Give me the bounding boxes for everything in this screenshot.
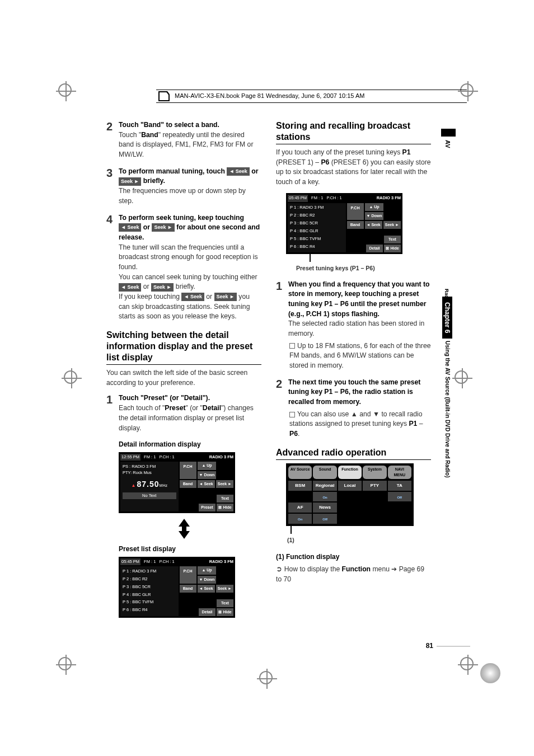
seek-right-icon: Seek ► — [214, 293, 237, 301]
chapter-tab: Chapter 6 — [442, 297, 452, 339]
sc-btn: ◄ Seek — [198, 585, 215, 593]
sc-btn: ▼ Down — [198, 576, 217, 584]
sc-btn: ▲ Up — [198, 566, 217, 574]
sc-freq: 87.50 — [137, 480, 160, 489]
registration-mark-icon — [56, 655, 76, 675]
sc-btn: Detail — [366, 245, 383, 252]
preset-row: P 6 : BBC R4 — [289, 243, 345, 251]
sc-btn: Seek ► — [383, 221, 401, 229]
right-column: Storing and recalling broadcast stations… — [276, 120, 431, 620]
seek-left-icon: ◄ Seek — [227, 167, 249, 176]
text: You can cancel seek tuning by touching e… — [119, 273, 257, 281]
text: If you touch any of the preset tuning ke… — [276, 148, 402, 156]
fn-cell: PTY — [363, 481, 386, 491]
fn-cell: News — [313, 503, 336, 513]
sc-pch: P.CH : 1 — [326, 195, 341, 201]
preset-label: Preset — [165, 404, 185, 412]
side-tab: Chapter 6 Using the AV Source (Built-in … — [442, 297, 455, 436]
fn-tab: AV Source — [288, 466, 312, 479]
tab-marker — [441, 129, 456, 137]
sc-btn: Band — [180, 480, 196, 488]
sc-btn: ⊠ Hide — [384, 245, 401, 252]
fn-cell: On — [313, 492, 336, 502]
step-3: 3 To perform manual tuning, touch ◄ Seek… — [106, 167, 261, 206]
pointer-line — [310, 253, 311, 262]
sc-time: 12:55 PM — [120, 454, 140, 461]
bullet-icon — [289, 343, 295, 349]
sc-btn: P.CH — [180, 462, 196, 478]
text: ➲ How to display the Function menu ➔ Pag… — [276, 564, 431, 585]
sc-fm: FM : 1 — [144, 454, 156, 461]
step-number: 1 — [276, 280, 288, 294]
function-display-heading: (1) Function display — [276, 552, 431, 562]
fn-cell: On — [288, 514, 312, 524]
sc-btn: P.CH — [347, 203, 364, 220]
fn-cell: BSM — [288, 481, 312, 491]
p6-label: P6 — [321, 158, 329, 166]
sc-mhz: MHz — [160, 483, 167, 487]
step-number: 2 — [276, 378, 288, 392]
header-text: MAN-AVIC-X3-EN.book Page 81 Wednesday, J… — [175, 92, 364, 99]
preset-screenshot: 05:45 PM FM : 1 P.CH : 1 RADIO 3 FM P 1 … — [119, 557, 235, 618]
seek-left-icon: ◄ Seek — [181, 293, 204, 301]
section-heading-advanced: Advanced radio operation — [276, 447, 431, 460]
text: You can switch the left side of the basi… — [106, 368, 261, 388]
preset-row: P 1 : RADIO 3 FM — [121, 567, 177, 575]
text: How to display the — [284, 565, 342, 573]
sc-pty: PTY: Rock Mus — [123, 470, 176, 476]
sc-btn: Preset — [199, 504, 216, 511]
seek-left-icon: ◄ Seek — [119, 283, 141, 292]
sc-time: 05:45 PM — [288, 195, 308, 202]
text: If you touch any of the preset tuning ke… — [276, 148, 431, 187]
sc-ps: PS : RADIO 3 FM — [123, 464, 176, 470]
seek-right-icon: Seek ► — [151, 283, 174, 292]
step-title: Touch "Band" to select a band. — [119, 121, 219, 129]
left-column: 2 Touch "Band" to select a band. Touch "… — [106, 120, 261, 620]
fn-tab: NAVI MENU — [388, 466, 411, 479]
sc-btn: ▼ Down — [365, 212, 384, 220]
detail-label: Detail — [203, 404, 221, 412]
fn-cell: Off — [388, 492, 411, 502]
text: You can also use ▲ and ▼ to recall radio… — [289, 410, 423, 428]
step-2-recall: 2 The next time you touch the same prese… — [276, 378, 431, 439]
sc-btn: P.CH — [180, 566, 196, 583]
step-title: The next time you touch the same preset … — [288, 378, 420, 406]
registration-mark-icon — [62, 368, 82, 388]
sc-btn: ▲ Up — [365, 203, 384, 211]
band-label: Band — [141, 131, 158, 139]
seek-right-icon: Seek ► — [119, 177, 141, 186]
hook-arrow-icon: ➲ — [276, 565, 284, 573]
sc-btn: ⊠ Hide — [217, 504, 233, 511]
sc-pch: P.CH : 1 — [159, 559, 174, 565]
using-label: Using the AV Source (Built-in DVD Drive … — [442, 341, 451, 477]
sc-btn: Text — [384, 236, 401, 243]
p1-label: P1 — [409, 420, 417, 428]
fn-cell: TA — [388, 481, 411, 491]
sc-btn: ◄ Seek — [198, 480, 215, 488]
step-1-store: 1 When you find a frequency that you wan… — [276, 280, 431, 371]
gradient-circle-icon — [480, 663, 500, 683]
bullet-icon — [289, 412, 295, 417]
sc-btn: ⊠ Hide — [217, 608, 233, 616]
text: or — [141, 283, 151, 290]
registration-mark-icon — [56, 81, 76, 101]
function-screenshot: AV Source Sound Function System NAVI MEN… — [286, 463, 414, 526]
seek-right-icon: Seek ► — [152, 223, 174, 232]
step-title: or — [251, 167, 258, 175]
book-header: MAN-AVIC-X3-EN.book Page 81 Wednesday, J… — [156, 90, 467, 103]
sc-band: RADIO 3 FM — [209, 454, 233, 461]
registration-mark-icon — [257, 669, 277, 689]
text: Touch " — [119, 131, 141, 139]
step-title: When you find a frequency that you want … — [288, 280, 430, 318]
sc-btn: Text — [217, 495, 233, 503]
seek-left-icon: ◄ Seek — [119, 223, 141, 232]
step-number: 3 — [106, 167, 119, 181]
pointer-line — [291, 526, 292, 534]
p6-label: P6 — [289, 430, 298, 438]
step-2: 2 Touch "Band" to select a band. Touch "… — [106, 120, 261, 160]
text: " (or " — [186, 404, 203, 412]
sc-band: RADIO 3 FM — [377, 195, 401, 201]
preset-keys-caption: Preset tuning keys (P1 – P6) — [296, 264, 431, 273]
preset-row: P 4 : BBC GLR — [289, 227, 345, 235]
preset-row: P 5 : BBC TVFM — [289, 235, 345, 243]
